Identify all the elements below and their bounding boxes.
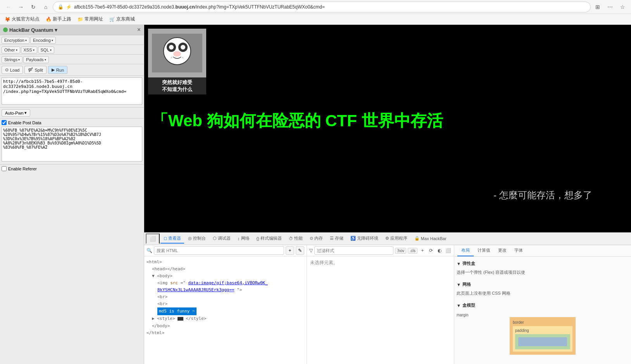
xss-menu[interactable]: XSS ▾	[21, 46, 37, 53]
html-search-input[interactable]	[154, 246, 284, 255]
devtools: ⬜ ◻ 查看器 ◎ 控制台 ⬡ 调试器 ↕ 网络 {}	[144, 232, 631, 364]
refresh-icon[interactable]: ⟳	[428, 247, 434, 254]
html-pick-element-button[interactable]: ✎	[296, 246, 304, 255]
bookmark-button[interactable]: ☆	[617, 2, 628, 12]
styles-toolbar: ▽ :hov .cls + ⟳ ◐ ⬜	[307, 245, 454, 256]
home-button[interactable]: ⌂	[40, 2, 51, 12]
inspector-icon: ◻	[164, 236, 167, 241]
plus-icon[interactable]: +	[419, 247, 426, 254]
enable-referer-label: Enable Referer	[8, 167, 37, 171]
layout-tab-computed[interactable]: 计算值	[474, 245, 494, 256]
hackbar-header: HackBar Quantum ▾ ×	[0, 25, 144, 35]
strings-menu[interactable]: Strings ▾	[2, 56, 22, 63]
enable-referer-checkbox[interactable]	[2, 166, 7, 171]
browser-content: 突然就好难受 不知道为什么 「Web 狗如何在险恶的 CTF 世界中存活 - 怎…	[144, 25, 631, 364]
tab-network[interactable]: ↕ 网络	[234, 234, 253, 244]
dark-mode-icon[interactable]: ◐	[436, 247, 443, 254]
devtools-screencapture-btn[interactable]: ⬜	[146, 234, 160, 244]
content-box	[518, 337, 567, 346]
box-model-section-title[interactable]: ▼ 盒模型	[457, 301, 629, 310]
bookmark-newbie[interactable]: 🔥 新手上路	[44, 15, 73, 23]
copy-icon[interactable]: ⬜	[445, 247, 452, 254]
html-add-node-button[interactable]: +	[286, 246, 294, 255]
hackbar-title: HackBar Quantum ▾	[3, 27, 57, 33]
extensions-button[interactable]: ⊞	[592, 2, 603, 12]
img-src-link[interactable]: data:image/gif;base64,iVBORw0K_	[188, 280, 268, 285]
hackbar-url-input[interactable]: http://afbcb155-7be5-497f-85d0-dc3372e9a…	[2, 77, 142, 105]
layout-tab-changes[interactable]: 更改	[494, 245, 510, 256]
payloads-menu[interactable]: Payloads ▾	[23, 56, 48, 63]
bookmark-firefox[interactable]: 🦊 火狐官方站点	[3, 15, 41, 23]
hackbar-post-input[interactable]: %60%FB_%07%FE%A2&b=M%C9h%FF%0E%E3%5C %20…	[2, 127, 142, 161]
enable-post-label: Enable Post Data	[8, 120, 41, 125]
address-bar[interactable]: 🔒 ⚡ afbcb155-7be5-497f-85d0-dc3372e9a316…	[53, 2, 591, 12]
tab-hackbar[interactable]: 🔒 Max HackBar	[411, 234, 450, 243]
ctf-title: 「Web 狗如何在险恶的 CTF 世界中存活	[152, 110, 443, 132]
sql-menu[interactable]: SQL ▾	[38, 46, 54, 53]
menu-button[interactable]: ⋯	[605, 2, 615, 12]
grid-section-title[interactable]: ▼ 网格	[457, 280, 629, 289]
strings-label: Strings	[4, 57, 17, 62]
img-src-link2[interactable]: 8kYSHCNx3L1wAAAABJRU5Erk3ggg==	[157, 287, 234, 292]
hackbar-menu-row2: Other ▾ XSS ▾ SQL ▾	[0, 45, 144, 55]
flexbox-label: 弹性盒	[462, 261, 475, 266]
flexbox-empty-msg: 选择一个弹性 (Flex) 容器或项目以使	[457, 270, 525, 275]
other-label: Other	[4, 48, 15, 52]
encoding-menu[interactable]: Encoding ▾	[30, 37, 56, 44]
address-text: afbcb155-7be5-497f-85d0-dc3372e9a316.nod…	[74, 4, 586, 10]
margin-label: margin	[457, 313, 469, 317]
tab-performance[interactable]: ⏱ 性能	[286, 234, 306, 244]
layout-tab-layout[interactable]: 布局	[457, 245, 474, 256]
accessibility-label: 无障碍环境	[357, 235, 378, 241]
split-button[interactable]: ⚤ Split	[24, 66, 46, 74]
cls-button[interactable]: .cls	[408, 248, 417, 254]
html-line: </html>	[147, 330, 304, 337]
bookmark-label: 新手上路	[53, 16, 71, 22]
grid-label: 网格	[462, 282, 471, 287]
browser-titlebar: ← → ↻ ⌂ 🔒 ⚡ afbcb155-7be5-497f-85d0-dc33…	[0, 0, 631, 14]
meme-image: 突然就好难受 不知道为什么	[148, 29, 206, 94]
layout-tab-fonts[interactable]: 字体	[510, 245, 527, 256]
hackbar-url-area: http://afbcb155-7be5-497f-85d0-dc3372e9a…	[0, 76, 144, 107]
tab-accessibility[interactable]: ♿ 无障碍环境	[347, 234, 381, 244]
flexbox-section-title[interactable]: ▼ 弹性盒	[457, 259, 629, 268]
back-button[interactable]: ←	[3, 2, 14, 12]
box-model-label: 盒模型	[462, 302, 475, 308]
bookmark-jd[interactable]: 🛒 京东商城	[108, 15, 136, 23]
tab-console[interactable]: ◎ 控制台	[185, 234, 209, 244]
tab-storage[interactable]: ☰ 存储	[327, 234, 347, 244]
bookmark-label: 常用网址	[84, 16, 103, 22]
styles-body: 未选择元素。	[307, 256, 454, 364]
split-label: Split	[34, 68, 43, 72]
html-line: <head></head>	[147, 266, 304, 273]
forward-button[interactable]: →	[16, 2, 26, 12]
tab-inspector[interactable]: ◻ 查看器	[160, 234, 184, 244]
tab-style-editor[interactable]: {} 样式编辑器	[253, 234, 285, 244]
load-button[interactable]: ⊙ Load	[2, 66, 23, 74]
box-model-arrow: ▼	[457, 303, 461, 308]
devtools-body: 🔍 + ✎ <html> <head></head>	[144, 245, 631, 364]
bookmark-common[interactable]: 📁 常用网址	[76, 15, 105, 23]
load-label: Load	[10, 68, 19, 72]
meme-caption: 突然就好难受 不知道为什么	[148, 77, 206, 94]
filter-icon: ▽	[309, 248, 313, 253]
split-icon: ⚤	[28, 67, 33, 72]
load-icon: ⊙	[5, 67, 9, 72]
html-line[interactable]: md5 is funny ~	[147, 307, 304, 315]
styles-filter-input[interactable]	[314, 246, 393, 255]
tab-memory[interactable]: ⊙ 内存	[307, 234, 326, 244]
encryption-menu[interactable]: Encryption ▾	[2, 37, 29, 44]
reload-button[interactable]: ↻	[28, 2, 39, 12]
hackbar-close-button[interactable]: ×	[137, 26, 141, 33]
tab-debugger[interactable]: ⬡ 调试器	[210, 234, 234, 244]
hov-button[interactable]: :hov	[395, 248, 406, 254]
enable-post-checkbox[interactable]	[2, 120, 7, 125]
bookmark-icon: 🔥	[46, 17, 52, 22]
run-icon: ▶	[52, 67, 55, 72]
run-button[interactable]: ▶ Run	[48, 66, 67, 74]
svg-point-6	[173, 51, 181, 57]
tab-application[interactable]: ⚙ 应用程序	[382, 234, 410, 244]
page-area: 突然就好难受 不知道为什么 「Web 狗如何在险恶的 CTF 世界中存活 - 怎…	[144, 25, 631, 232]
autopwn-button[interactable]: Auto-Pwn ▾	[2, 109, 30, 117]
other-menu[interactable]: Other ▾	[2, 46, 20, 53]
